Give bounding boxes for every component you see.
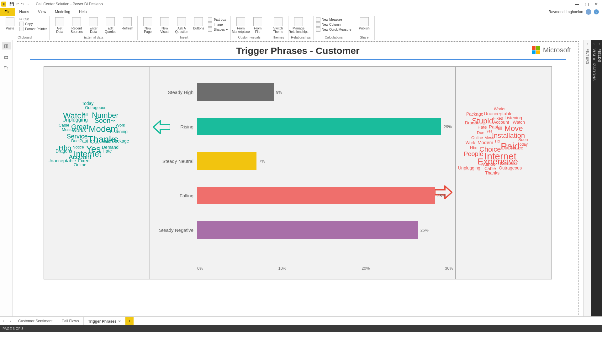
chevron-left-icon[interactable]: ‹: [587, 42, 588, 45]
wordcloud-negative[interactable]: WorksPackageUnacceptableStupidFixedListe…: [455, 66, 552, 279]
file-tab[interactable]: File: [0, 8, 15, 16]
paste-button[interactable]: Paste: [3, 17, 18, 30]
bar-row: Falling 28%: [153, 183, 452, 208]
textbox-button[interactable]: Text box: [208, 17, 228, 22]
new-quick-measure-button[interactable]: New Quick Measure: [316, 27, 351, 32]
title-bar: ▮ 💾 ↶ ↷ ⌄ | Call Center Solution - Power…: [0, 0, 602, 8]
minimize-icon[interactable]: —: [575, 2, 579, 7]
copy-button[interactable]: Copy: [19, 22, 47, 26]
redo-icon[interactable]: ↷: [21, 2, 24, 6]
from-marketplace-button[interactable]: From Marketplace: [233, 17, 248, 34]
cut-button[interactable]: ✂Cut: [19, 17, 47, 21]
bar[interactable]: [197, 152, 256, 170]
bar-category: Steady Negative: [153, 227, 197, 233]
bar[interactable]: [197, 187, 435, 204]
word: Unplugging: [458, 165, 480, 170]
close-tab-icon[interactable]: ✕: [118, 320, 121, 323]
word: Listening: [110, 129, 128, 134]
word: Work: [466, 140, 475, 145]
page-tab[interactable]: Call Flows: [57, 317, 83, 325]
page-prev-button[interactable]: ‹: [0, 317, 7, 325]
save-icon[interactable]: 💾: [9, 2, 14, 6]
from-file-button[interactable]: From File: [250, 17, 265, 34]
page-indicator: PAGE 3 OF 3: [3, 327, 23, 330]
word: Thanks: [485, 170, 499, 175]
bar[interactable]: [197, 221, 418, 239]
modeling-tab[interactable]: Modeling: [50, 8, 75, 16]
help-icon[interactable]: ?: [594, 9, 599, 14]
filters-label: FILTERS: [586, 49, 589, 65]
word: Yes: [486, 129, 493, 133]
page-next-button[interactable]: ›: [7, 317, 14, 325]
separator: |: [30, 2, 31, 6]
word: Hate: [103, 148, 112, 153]
new-page-button[interactable]: New Page: [140, 17, 155, 34]
chevron-left-icon[interactable]: ‹: [594, 42, 594, 45]
enter-data-button[interactable]: Enter Data: [86, 17, 101, 34]
bar-chart[interactable]: Steady High 9%Rising 29%Steady Neutral 7…: [150, 66, 455, 279]
word: Fix: [495, 139, 500, 143]
close-icon[interactable]: ✕: [594, 2, 598, 7]
report-canvas[interactable]: Trigger Phrases - Customer Microsoft Tod…: [13, 40, 583, 316]
new-column-button[interactable]: New Column: [316, 22, 351, 27]
word: Package: [466, 112, 483, 117]
manage-relationships-button[interactable]: Manage Relationships: [291, 17, 306, 34]
buttons-button[interactable]: Buttons: [191, 17, 206, 30]
fields-pane-collapsed[interactable]: ‹ FIELDS: [597, 40, 602, 316]
switch-theme-button[interactable]: Switch Theme: [271, 17, 286, 34]
axis-tick: 30%: [445, 266, 453, 271]
window-title: Call Center Solution - Power BI Desktop: [36, 2, 103, 6]
fields-label: FIELDS: [598, 49, 601, 63]
word: Outrageous: [499, 165, 522, 170]
publish-button[interactable]: Publish: [357, 17, 372, 30]
format-painter-icon: [19, 27, 24, 31]
textbox-icon: [208, 17, 212, 22]
undo-icon[interactable]: ↶: [16, 2, 19, 6]
wordcloud-positive[interactable]: TodayOutrageousWatchBillNumberUnplugging…: [44, 66, 150, 279]
refresh-button[interactable]: Refresh: [120, 17, 135, 30]
filters-pane-collapsed[interactable]: ‹ FILTERS: [583, 40, 591, 316]
word: Paid: [101, 138, 111, 144]
image-button[interactable]: Image: [208, 22, 228, 27]
workspace: ▥ ▤ ⿻ Trigger Phrases - Customer Microso…: [0, 40, 602, 316]
view-tab[interactable]: View: [34, 8, 50, 16]
edit-queries-button[interactable]: Edit Queries: [103, 17, 118, 34]
avatar[interactable]: [586, 9, 591, 15]
page-tab[interactable]: Trigger Phrases✕: [84, 317, 126, 325]
bar-value: 7%: [259, 159, 265, 164]
home-tab[interactable]: Home: [15, 8, 34, 16]
bar-category: Steady Neutral: [153, 159, 197, 164]
shapes-button[interactable]: Shapes▾: [208, 27, 228, 32]
add-page-button[interactable]: +: [125, 317, 134, 325]
ask-question-button[interactable]: Ask A Question: [174, 17, 189, 34]
format-painter-button[interactable]: Format Painter: [19, 27, 47, 31]
help-tab[interactable]: Help: [75, 8, 91, 16]
maximize-icon[interactable]: ▢: [585, 2, 589, 7]
new-visual-button[interactable]: New Visual: [157, 17, 172, 34]
quick-access-toolbar: 💾 ↶ ↷ ⌄: [9, 2, 29, 6]
user-name: Raymond Laghaeian: [548, 10, 583, 14]
bar-category: Falling: [153, 193, 197, 198]
visualizations-pane-collapsed[interactable]: ‹ VISUALIZATIONS: [591, 40, 597, 316]
word: Unacceptable: [47, 158, 76, 163]
bar[interactable]: [197, 83, 274, 101]
qat-dropdown-icon[interactable]: ⌄: [26, 2, 29, 6]
bar[interactable]: [197, 118, 441, 135]
chevron-left-icon[interactable]: ‹: [599, 42, 600, 45]
recent-sources-button[interactable]: Recent Sources: [69, 17, 84, 34]
ribbon: Paste ✂Cut Copy Format Painter Clipboard…: [0, 16, 602, 40]
page-tab[interactable]: Customer Sentiment: [14, 317, 57, 325]
microsoft-logo-icon: [532, 46, 540, 54]
report-view-icon[interactable]: ▥: [2, 42, 11, 49]
word: Fix: [111, 118, 115, 122]
new-measure-button[interactable]: New Measure: [316, 17, 351, 22]
visualizations-label: VISUALIZATIONS: [592, 49, 596, 81]
measure-icon: [316, 17, 320, 22]
data-view-icon[interactable]: ▤: [2, 53, 11, 61]
model-view-icon[interactable]: ⿻: [2, 65, 11, 72]
word: Soon: [94, 117, 110, 125]
separator-line: [30, 59, 566, 60]
word: Notice: [72, 145, 84, 149]
get-data-button[interactable]: Get Data: [52, 17, 67, 34]
word: Mess: [484, 135, 494, 140]
